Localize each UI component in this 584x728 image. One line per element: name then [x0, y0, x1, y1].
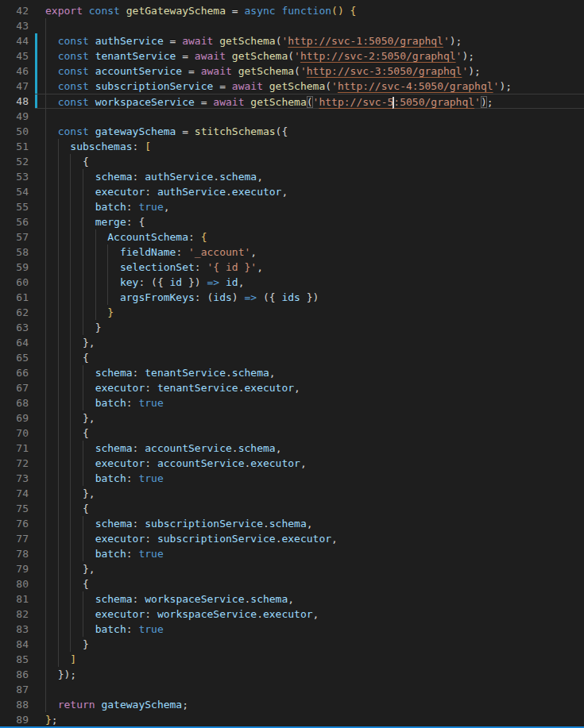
line-number[interactable]: 80: [0, 576, 35, 591]
editor-line[interactable]: 78 batch: true: [0, 546, 584, 561]
editor-line[interactable]: 64 },: [0, 335, 584, 350]
line-number[interactable]: 89: [0, 712, 35, 727]
editor-line[interactable]: 57 AccountSchema: {: [0, 229, 584, 245]
editor-line[interactable]: 77 executor: subscriptionService.executo…: [0, 531, 584, 546]
code-editor[interactable]: 42export const getGatewaySchema = async …: [0, 0, 584, 728]
line-number[interactable]: 63: [0, 320, 35, 335]
editor-line[interactable]: 84 }: [0, 637, 584, 652]
line-number[interactable]: 77: [0, 531, 35, 546]
line-number[interactable]: 78: [0, 546, 35, 561]
editor-line[interactable]: 49: [0, 109, 584, 124]
code-token: .: [257, 608, 263, 620]
line-number[interactable]: 51: [0, 139, 35, 154]
editor-line[interactable]: 82 executor: workspaceService.executor,: [0, 607, 584, 622]
editor-line[interactable]: 43: [0, 18, 584, 33]
line-number[interactable]: 82: [0, 607, 35, 622]
line-number[interactable]: 72: [0, 456, 35, 471]
editor-line[interactable]: 53 schema: authService.schema,: [0, 169, 584, 184]
line-number[interactable]: 65: [0, 350, 35, 365]
editor-line[interactable]: 88 return gatewaySchema;: [0, 697, 584, 712]
line-number[interactable]: 70: [0, 426, 35, 441]
editor-line[interactable]: 51 subschemas: [: [0, 139, 584, 154]
code-token: const: [89, 5, 126, 17]
editor-line[interactable]: 48 const workspaceService = await getSch…: [0, 94, 584, 109]
editor-line[interactable]: 55 batch: true,: [0, 199, 584, 214]
editor-line[interactable]: 50 const gatewaySchema = stitchSchemas({: [0, 124, 584, 139]
line-number[interactable]: 59: [0, 260, 35, 275]
line-number[interactable]: 42: [0, 3, 35, 18]
indent-guide: [83, 395, 83, 410]
editor-line[interactable]: 74 },: [0, 486, 584, 501]
line-number[interactable]: 79: [0, 561, 35, 576]
line-number[interactable]: 61: [0, 290, 35, 305]
line-number[interactable]: 53: [0, 169, 35, 184]
editor-line[interactable]: 56 merge: {: [0, 214, 584, 229]
editor-line[interactable]: 52 {: [0, 154, 584, 169]
editor-line[interactable]: 71 schema: accountService.schema,: [0, 441, 584, 456]
editor-line[interactable]: 73 batch: true: [0, 471, 584, 486]
line-number[interactable]: 84: [0, 637, 35, 652]
editor-line[interactable]: 63 }: [0, 320, 584, 335]
editor-line[interactable]: 76 schema: subscriptionService.schema,: [0, 516, 584, 531]
editor-line[interactable]: 54 executor: authService.executor,: [0, 184, 584, 199]
editor-line[interactable]: 60 key: ({ id }) => id,: [0, 275, 584, 290]
editor-line[interactable]: 67 executor: tenantService.executor,: [0, 380, 584, 395]
editor-line[interactable]: 59 selectionSet: '{ id }',: [0, 260, 584, 275]
editor-line[interactable]: 62 }: [0, 305, 584, 320]
line-number[interactable]: 60: [0, 275, 35, 290]
editor-line[interactable]: 44 const authService = await getSchema('…: [0, 33, 584, 48]
editor-line[interactable]: 58 fieldName: '_account',: [0, 245, 584, 260]
line-number[interactable]: 71: [0, 441, 35, 456]
line-number[interactable]: 86: [0, 667, 35, 682]
editor-line[interactable]: 81 schema: workspaceService.schema,: [0, 591, 584, 607]
line-number[interactable]: 69: [0, 410, 35, 426]
editor-line[interactable]: 75 {: [0, 501, 584, 516]
line-number[interactable]: 58: [0, 245, 35, 260]
editor-line[interactable]: 46 const accountService = await getSchem…: [0, 64, 584, 79]
line-number[interactable]: 55: [0, 199, 35, 214]
line-number[interactable]: 74: [0, 486, 35, 501]
editor-line[interactable]: 72 executor: accountService.executor,: [0, 456, 584, 471]
editor-line[interactable]: 65 {: [0, 350, 584, 365]
line-number[interactable]: 50: [0, 124, 35, 139]
editor-line[interactable]: 66 schema: tenantService.schema,: [0, 365, 584, 380]
line-number[interactable]: 88: [0, 697, 35, 712]
editor-line[interactable]: 80 {: [0, 576, 584, 591]
editor-line[interactable]: 85 ]: [0, 652, 584, 667]
line-number[interactable]: 47: [0, 79, 35, 94]
line-number[interactable]: 87: [0, 682, 35, 697]
line-number[interactable]: 62: [0, 305, 35, 320]
line-number[interactable]: 81: [0, 591, 35, 607]
line-number[interactable]: 67: [0, 380, 35, 395]
editor-line[interactable]: 61 argsFromKeys: (ids) => ({ ids }): [0, 290, 584, 305]
editor-line[interactable]: 89};: [0, 712, 584, 727]
line-number[interactable]: 66: [0, 365, 35, 380]
line-number[interactable]: 64: [0, 335, 35, 350]
line-number[interactable]: 49: [0, 109, 35, 124]
line-number[interactable]: 52: [0, 154, 35, 169]
editor-line[interactable]: 69 },: [0, 410, 584, 426]
editor-line[interactable]: 83 batch: true: [0, 622, 584, 637]
line-number[interactable]: 44: [0, 33, 35, 48]
editor-line[interactable]: 47 const subscriptionService = await get…: [0, 79, 584, 94]
line-number[interactable]: 83: [0, 622, 35, 637]
line-number[interactable]: 56: [0, 214, 35, 229]
editor-line[interactable]: 42export const getGatewaySchema = async …: [0, 3, 584, 18]
line-number[interactable]: 68: [0, 395, 35, 410]
line-number[interactable]: 85: [0, 652, 35, 667]
editor-line[interactable]: 86 });: [0, 667, 584, 682]
editor-line[interactable]: 79 },: [0, 561, 584, 576]
line-number[interactable]: 75: [0, 501, 35, 516]
line-number[interactable]: 76: [0, 516, 35, 531]
line-number[interactable]: 54: [0, 184, 35, 199]
line-number[interactable]: 46: [0, 64, 35, 79]
line-number[interactable]: 45: [0, 48, 35, 64]
line-number[interactable]: 48: [0, 94, 35, 109]
line-number[interactable]: 57: [0, 229, 35, 245]
editor-line[interactable]: 70 {: [0, 426, 584, 441]
editor-line[interactable]: 68 batch: true: [0, 395, 584, 410]
line-number[interactable]: 43: [0, 18, 35, 33]
editor-line[interactable]: 87: [0, 682, 584, 697]
editor-line[interactable]: 45 const tenantService = await getSchema…: [0, 48, 584, 64]
line-number[interactable]: 73: [0, 471, 35, 486]
